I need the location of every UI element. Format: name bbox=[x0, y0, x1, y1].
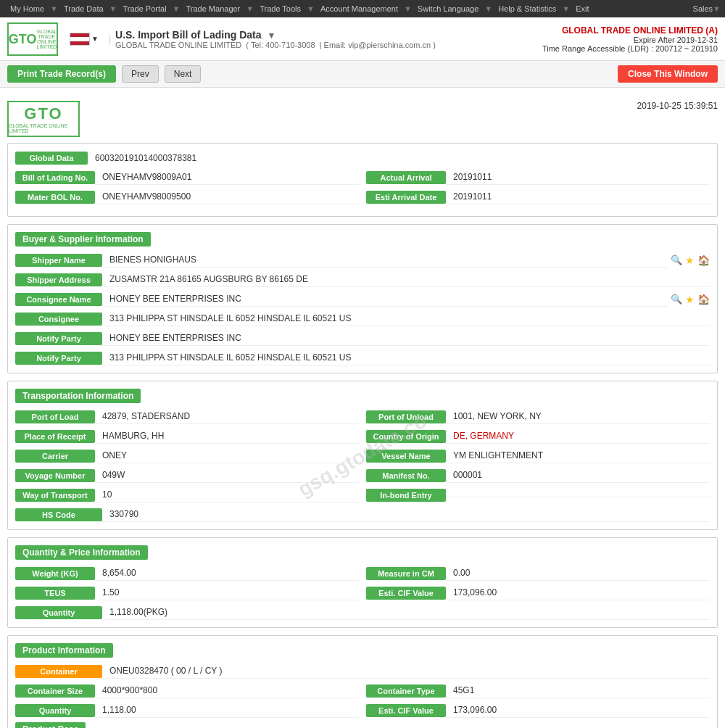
teus-col: TEUS 1.50 bbox=[15, 585, 359, 600]
logo-area: GTO GLOBAL TRADE ONLINE LIMITED bbox=[7, 22, 58, 56]
global-data-label: Global Data bbox=[15, 152, 88, 165]
bol-row: Bill of Lading No. ONEYHAMV98009A01 Actu… bbox=[15, 170, 710, 185]
qty-price-section: Quantity & Price Information Weight (KG)… bbox=[7, 537, 718, 628]
quantity-value: 1,118.00(PKG) bbox=[102, 605, 710, 620]
actual-arrival-col: Actual Arrival 20191011 bbox=[366, 170, 710, 185]
place-receipt-label: Place of Receipt bbox=[15, 430, 95, 443]
voyage-value: 049W bbox=[95, 468, 359, 483]
nav-helpstats[interactable]: Help & Statistics bbox=[492, 4, 562, 13]
nav-tradeportal[interactable]: Trade Portal bbox=[117, 4, 172, 13]
way-transport-value: 10 bbox=[95, 487, 359, 502]
masterbol-row: Mater BOL No. ONEYHAMV98009500 Esti Arri… bbox=[15, 189, 710, 204]
nav-exit[interactable]: Exit bbox=[570, 4, 594, 13]
header-right-company: GLOBAL TRADE ONLINE LIMITED (A) bbox=[542, 25, 718, 36]
main-content: GTO GLOBAL TRADE ONLINE LIMITED 2019-10-… bbox=[0, 88, 725, 728]
consignee-star-icon[interactable]: ★ bbox=[685, 294, 695, 305]
product-esti-cif-col: Esti. CIF Value 173,096.00 bbox=[366, 703, 710, 718]
container-type-label: Container Type bbox=[366, 684, 446, 698]
masterbol-col: Mater BOL No. ONEYHAMV98009500 bbox=[15, 189, 359, 204]
page-header: GTO GLOBAL TRADE ONLINE LIMITED ▼ | U.S.… bbox=[0, 17, 725, 61]
header-email: Email: vip@pierschina.com.cn bbox=[324, 41, 431, 49]
consignee-search-icon[interactable]: 🔍 bbox=[671, 294, 682, 305]
measure-col: Measure in CM 0.00 bbox=[366, 566, 710, 581]
vessel-col: Vessel Name YM ENLIGHTENMENT bbox=[366, 448, 710, 463]
hs-value: 330790 bbox=[102, 507, 710, 522]
shipper-name-value: BIENES HONIGHAUS bbox=[102, 252, 668, 268]
container-type-col: Container Type 45G1 bbox=[366, 683, 710, 698]
notify-party-label2: Notify Party bbox=[15, 352, 102, 365]
place-receipt-value: HAMBURG, HH bbox=[95, 429, 359, 444]
esti-arrival-value: 20191011 bbox=[446, 189, 710, 204]
container-size-value: 4000*900*800 bbox=[95, 683, 359, 698]
header-divider: | bbox=[109, 34, 111, 44]
record-timestamp: 2019-10-25 15:39:51 bbox=[637, 101, 718, 111]
container-size-label: Container Size bbox=[15, 684, 95, 698]
carrier-vessel-row: Carrier ONEY Vessel Name YM ENLIGHTENMEN… bbox=[15, 448, 710, 463]
record-logo-gto: GTO bbox=[24, 104, 62, 123]
nav-trademanager[interactable]: Trade Manager bbox=[180, 4, 246, 13]
product-section: Product Information Container ONEU032847… bbox=[7, 635, 718, 728]
prev-button-top[interactable]: Prev bbox=[122, 65, 159, 83]
esti-cif-col: Esti. CIF Value 173,096.00 bbox=[366, 585, 710, 600]
print-button-top[interactable]: Print Trade Record(s) bbox=[7, 65, 116, 83]
voyage-manifest-row: Voyage Number 049W Manifest No. 000001 bbox=[15, 468, 710, 483]
product-qty-col: Quantity 1,118.00 bbox=[15, 703, 359, 718]
country-origin-label: Country of Origin bbox=[366, 430, 446, 443]
manifest-label: Manifest No. bbox=[366, 469, 446, 482]
shipper-addr-label: Shipper Address bbox=[15, 273, 102, 286]
nav-language[interactable]: Switch Language bbox=[412, 4, 484, 13]
product-desc-area: Product Desc COSMETIC LOTION, COSMETIC B… bbox=[15, 722, 710, 728]
esti-arrival-label: Esti Arrival Date bbox=[366, 191, 446, 204]
top-toolbar: Print Trade Record(s) Prev Next Close Th… bbox=[0, 61, 725, 88]
consignee-name-value: HONEY BEE ENTERPRISES INC bbox=[102, 291, 668, 307]
manifest-col: Manifest No. 000001 bbox=[366, 468, 710, 483]
inbond-col: In-bond Entry bbox=[366, 489, 710, 502]
header-title-arrow[interactable]: ▼ bbox=[267, 30, 276, 41]
next-button-top[interactable]: Next bbox=[165, 65, 202, 83]
container-size-col: Container Size 4000*900*800 bbox=[15, 683, 359, 698]
voyage-label: Voyage Number bbox=[15, 469, 95, 482]
shipper-home-icon[interactable]: 🏠 bbox=[697, 255, 710, 266]
qty-price-title: Quantity & Price Information bbox=[15, 545, 710, 566]
carrier-col: Carrier ONEY bbox=[15, 448, 359, 463]
vessel-label: Vessel Name bbox=[366, 450, 446, 463]
nav-tradetools[interactable]: Trade Tools bbox=[254, 4, 307, 13]
flag-dropdown[interactable]: ▼ bbox=[91, 35, 99, 43]
port-load-col: Port of Load 42879, STADERSAND bbox=[15, 409, 359, 424]
receipt-col: Place of Receipt HAMBURG, HH bbox=[15, 429, 359, 444]
close-button-top[interactable]: Close This Window bbox=[618, 65, 718, 83]
shipper-addr-row: Shipper Address ZUSAMSTR 21A 86165 AUGSB… bbox=[15, 272, 710, 287]
sales-label: Sales bbox=[693, 4, 713, 13]
weight-col: Weight (KG) 8,654.00 bbox=[15, 566, 359, 581]
way-transport-col: Way of Transport 10 bbox=[15, 487, 359, 502]
product-esti-cif-label: Esti. CIF Value bbox=[366, 704, 446, 717]
transport-inbond-row: Way of Transport 10 In-bond Entry bbox=[15, 487, 710, 502]
global-data-value: 600320191014000378381 bbox=[88, 151, 204, 165]
notify-party-value2: 313 PHILIPPA ST HINSDALE IL 6052 HINSDAL… bbox=[102, 350, 710, 365]
header-timerange: Time Range Accessible (LDR) : 200712 ~ 2… bbox=[542, 44, 718, 53]
logo-text: GTO bbox=[9, 33, 37, 46]
nav-myhome[interactable]: My Home bbox=[4, 4, 50, 13]
weight-label: Weight (KG) bbox=[15, 567, 95, 580]
buyer-supplier-title: Buyer & Supplier Information bbox=[15, 232, 710, 252]
record-logo-company: GLOBAL TRADE ONLINE LIMITED bbox=[9, 123, 78, 133]
shipper-star-icon[interactable]: ★ bbox=[685, 255, 695, 266]
consignee-name-label: Consignee Name bbox=[15, 293, 102, 306]
shipper-search-icon[interactable]: 🔍 bbox=[671, 255, 682, 265]
actual-arrival-value: 20191011 bbox=[446, 170, 710, 185]
logo: GTO GLOBAL TRADE ONLINE LIMITED bbox=[7, 22, 58, 56]
header-contact: GLOBAL TRADE ONLINE LIMITED ( Tel: 400-7… bbox=[115, 41, 436, 49]
flag-area: ▼ bbox=[70, 33, 99, 46]
teus-label: TEUS bbox=[15, 587, 95, 600]
carrier-label: Carrier bbox=[15, 450, 95, 463]
receipt-origin-row: Place of Receipt HAMBURG, HH Country of … bbox=[15, 429, 710, 444]
product-qty-label: Quantity bbox=[15, 704, 95, 717]
nav-tradedata[interactable]: Trade Data bbox=[58, 4, 109, 13]
record-logo: GTO GLOBAL TRADE ONLINE LIMITED bbox=[7, 101, 80, 137]
nav-accountmgmt[interactable]: Account Management bbox=[315, 4, 404, 13]
header-expire: Expire After 2019-12-31 bbox=[542, 36, 718, 44]
container-type-value: 45G1 bbox=[446, 683, 710, 698]
product-esti-cif-value: 173,096.00 bbox=[446, 703, 710, 718]
product-title-text: Product Information bbox=[15, 643, 113, 658]
consignee-home-icon[interactable]: 🏠 bbox=[697, 294, 710, 305]
